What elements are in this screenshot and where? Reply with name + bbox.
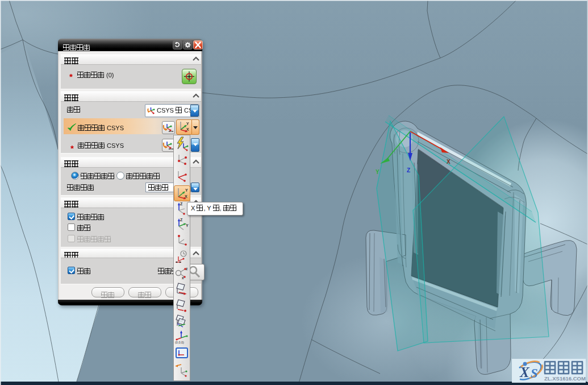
svg-text:ZL.XS1616.COM: ZL.XS1616.COM	[544, 375, 586, 382]
svg-text:X: X	[447, 159, 451, 165]
svg-text:Z: Z	[407, 167, 410, 173]
svg-text:S: S	[531, 366, 538, 380]
svg-text:X: X	[185, 194, 187, 198]
svg-text:(0,0,0): (0,0,0)	[175, 341, 184, 344]
svg-text:Z: Z	[180, 218, 183, 222]
svg-text:X: X	[186, 127, 189, 131]
svg-text:Y: Y	[186, 223, 189, 227]
svg-text:Z: Z	[180, 202, 183, 206]
svg-text:Y: Y	[186, 122, 189, 126]
svg-text:Y: Y	[185, 188, 188, 192]
svg-text:x: x	[182, 276, 184, 280]
svg-text:X: X	[519, 365, 530, 380]
svg-text:z: z	[186, 267, 188, 271]
svg-text:Y: Y	[376, 169, 380, 175]
